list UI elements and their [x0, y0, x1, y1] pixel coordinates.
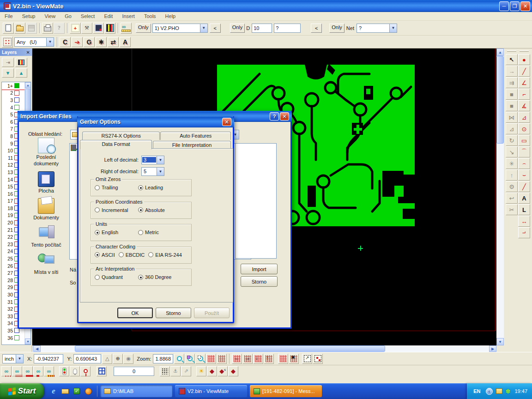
place-documents[interactable]: Dokumenty [24, 198, 68, 221]
cut-trace-button[interactable]: ✂ [506, 204, 518, 215]
context-help-button[interactable]: ? [54, 23, 65, 34]
film-query-button[interactable] [93, 23, 104, 34]
draw-corner-trace-button[interactable]: ⌐ [518, 227, 530, 238]
layer-swatch[interactable] [14, 105, 19, 110]
gerber-file-icon[interactable] [75, 145, 76, 151]
chevron-down-icon[interactable]: ▼ [157, 168, 164, 175]
radio-trailing[interactable]: Trailing [95, 185, 134, 190]
layers-close-icon[interactable]: ✕ [26, 50, 30, 55]
layer-swatch[interactable] [14, 97, 19, 103]
trace-arrow-button[interactable]: ➔ [72, 37, 83, 47]
pan-up-icon[interactable]: ↑ [264, 354, 274, 364]
toolbar-grip[interactable] [507, 50, 516, 52]
menu-help[interactable]: Help [161, 12, 181, 20]
toolbar-grip[interactable] [520, 50, 529, 52]
bulb-off-icon[interactable] [70, 366, 80, 376]
open-button[interactable] [14, 23, 25, 34]
mirror-button[interactable]: ⋈ [506, 112, 518, 123]
radio-incremental[interactable]: Incremental [95, 207, 134, 213]
snap-button[interactable]: + [70, 23, 81, 34]
draw-arc-up-button[interactable]: ⌢ [518, 158, 530, 169]
scroll-right-icon[interactable]: ▶ [489, 345, 496, 352]
center-crosshair-icon[interactable]: ⊕ [113, 354, 123, 364]
draw-slash-button[interactable]: ╱ [518, 181, 530, 192]
view-dcodes-icon[interactable]: ∞ [1, 366, 12, 376]
menu-edit[interactable]: Edit [99, 12, 117, 20]
radio-eia-rs-244[interactable]: EIA RS-244 [148, 252, 181, 258]
grid-move-icon[interactable]: ▣ [289, 354, 299, 364]
radio-quadrant[interactable]: Quadrant [95, 274, 134, 280]
grid-page-icon[interactable] [278, 354, 288, 364]
start-button[interactable]: Start [0, 383, 44, 399]
place-desktop[interactable]: Plocha [24, 171, 68, 194]
draw-line-button[interactable]: ╱ [518, 66, 530, 77]
radio-icon[interactable] [138, 230, 143, 235]
menu-setup[interactable]: Setup [18, 12, 40, 20]
grid-value[interactable]: 0 [114, 367, 154, 376]
draw-arc-down-button[interactable]: ⌣ [518, 169, 530, 181]
layer-swatch[interactable] [14, 91, 19, 96]
grid-dense-icon[interactable] [217, 354, 227, 364]
pin-marker-icon[interactable] [80, 366, 91, 376]
move-selection-button[interactable]: ⇉ [506, 77, 518, 88]
layer-combo[interactable]: 1) V2.PHO ▼ [152, 24, 208, 33]
place-my-computer[interactable]: Tento počítač [24, 225, 68, 248]
swap-arrows-button[interactable]: ⇄ [108, 37, 119, 47]
task-viewmate-window[interactable]: V2.bin - ViewMate [175, 385, 247, 397]
pointer-button[interactable]: ↖ [506, 54, 518, 65]
radio-icon[interactable] [138, 275, 143, 280]
settings-gear-button[interactable]: ⚙ [506, 181, 518, 192]
view-highlight-icon[interactable]: ∞ [44, 366, 54, 376]
tab-rs274x[interactable]: RS274-X Options [82, 132, 160, 140]
scroll-up-icon[interactable]: ▲ [496, 48, 504, 56]
region-select-icon[interactable] [313, 354, 323, 364]
close-button[interactable]: ✕ [520, 1, 530, 11]
chevron-down-icon[interactable]: ▼ [46, 38, 54, 46]
only-net-button[interactable]: Only [329, 24, 345, 33]
measure-button[interactable]: ∞ [121, 23, 132, 34]
layer-down-button[interactable]: ▼ [2, 68, 14, 78]
radio-ascii[interactable]: ASCII [95, 252, 115, 258]
scale-button[interactable]: ↘ [506, 146, 518, 157]
measure-triangle-icon[interactable]: △ [102, 354, 112, 364]
ghost-move-icon[interactable]: ⇗ [181, 366, 191, 376]
text-a-button[interactable]: A [120, 37, 131, 47]
radio-metric[interactable]: Metric [138, 230, 178, 235]
scroll-down-icon[interactable]: ▼ [496, 338, 504, 345]
zoom-window-icon[interactable] [185, 354, 195, 364]
scroll-down-icon[interactable]: ▼ [25, 339, 31, 345]
menu-select[interactable]: Select [76, 12, 100, 20]
radio-icon[interactable] [138, 185, 143, 190]
prev-layer-button[interactable]: < [210, 24, 221, 33]
menu-file[interactable]: File [0, 12, 18, 20]
radio-icon[interactable] [95, 230, 100, 235]
dialog-close-button[interactable]: ✕ [280, 112, 289, 121]
radio-ebcdic[interactable]: EBCDIC [119, 252, 145, 258]
prev-dcode-button[interactable]: < [311, 24, 322, 33]
radio-icon[interactable] [95, 207, 100, 212]
flip-button[interactable]: ⊿ [506, 123, 518, 134]
radio-icon[interactable] [95, 275, 100, 280]
scroll-thumb[interactable] [496, 56, 504, 144]
ok-button[interactable]: OK [117, 308, 153, 318]
only-layer-button[interactable]: Only [136, 24, 151, 33]
zoom-in-icon[interactable] [174, 354, 184, 364]
minimize-button[interactable]: ─ [499, 1, 509, 11]
layer-swatch[interactable] [14, 328, 19, 333]
draw-rect-button[interactable]: ▭ [518, 135, 530, 146]
chevron-down-icon[interactable]: ▼ [16, 355, 23, 363]
firefox-icon[interactable] [84, 387, 92, 395]
chevron-down-icon[interactable]: ▼ [200, 24, 207, 32]
import-button[interactable]: Import [241, 264, 278, 274]
radio-absolute[interactable]: Absolute [138, 207, 178, 213]
použít-button[interactable]: Použít [194, 308, 230, 318]
shape-filter-combo[interactable]: Any (U) ▼ [14, 37, 54, 47]
layer-swatch[interactable] [14, 335, 19, 340]
radio-360-degree[interactable]: 360 Degree [138, 274, 178, 280]
vertical-scrollbar[interactable]: ▲ ▼ [496, 48, 504, 345]
nudge-button[interactable]: ↑ [506, 169, 518, 181]
select-c-button[interactable]: C [60, 37, 71, 47]
dcode-input[interactable]: 10 [252, 24, 272, 33]
gerber-dialog-titlebar[interactable]: Gerber Options ✕ [77, 116, 234, 127]
film-colors-button[interactable] [104, 23, 115, 34]
